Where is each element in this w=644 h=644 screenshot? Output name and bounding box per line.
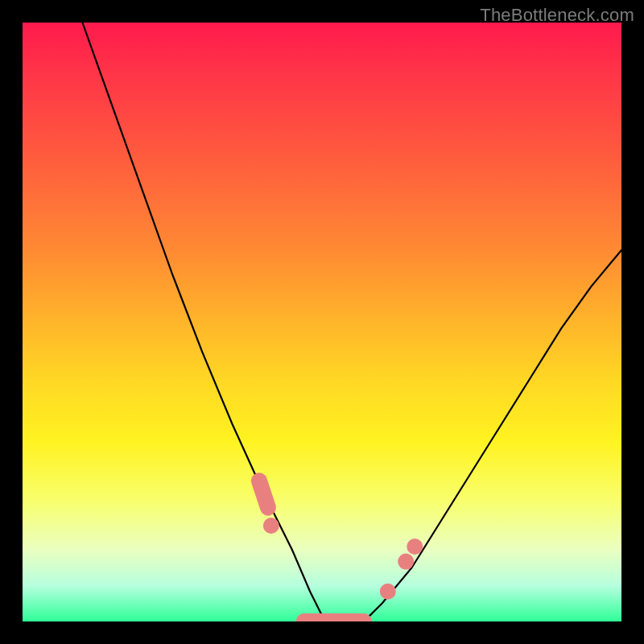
svg-line-2 xyxy=(259,481,268,507)
chart-frame: TheBottleneck.com xyxy=(0,0,644,644)
plot-area xyxy=(23,23,621,621)
svg-point-1 xyxy=(263,518,279,534)
svg-point-3 xyxy=(380,584,396,600)
svg-point-4 xyxy=(398,554,414,570)
watermark-text: TheBottleneck.com xyxy=(480,5,634,26)
bottleneck-curve xyxy=(23,23,621,621)
svg-point-5 xyxy=(407,539,423,555)
